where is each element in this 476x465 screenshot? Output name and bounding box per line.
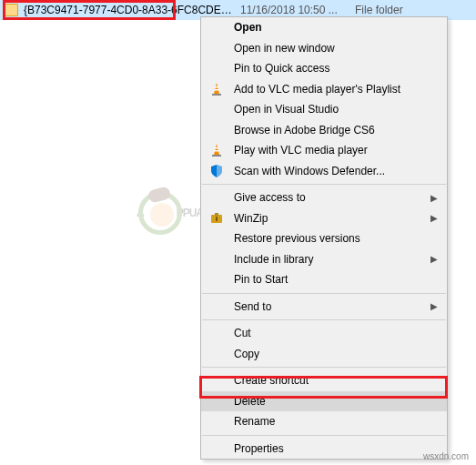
file-date: 11/16/2018 10:50 ... — [233, 4, 342, 16]
menu-label: Delete — [234, 395, 420, 408]
menu-create-shortcut[interactable]: Create shortcut — [201, 370, 447, 391]
svg-rect-2 — [215, 86, 218, 88]
menu-label: Restore previous versions — [234, 232, 420, 245]
menu-send-to[interactable]: Send to ▶ — [201, 297, 447, 318]
menu-label: Properties — [234, 442, 420, 455]
menu-label: Include in library — [234, 253, 420, 266]
menu-play-vlc[interactable]: Play with VLC media player — [201, 140, 447, 161]
winzip-icon — [208, 210, 225, 227]
svg-rect-9 — [215, 213, 218, 216]
menu-include-in-library[interactable]: Include in library ▶ — [201, 249, 447, 270]
menu-label: Pin to Quick access — [234, 62, 420, 75]
svg-rect-1 — [212, 94, 221, 96]
svg-rect-10 — [216, 217, 218, 221]
menu-add-to-vlc[interactable]: Add to VLC media player's Playlist — [201, 79, 447, 100]
shield-icon — [208, 163, 225, 179]
menu-rename[interactable]: Rename — [201, 411, 447, 432]
menu-label: Play with VLC media player — [234, 144, 420, 157]
menu-label: Open in Visual Studio — [234, 103, 420, 116]
menu-label: Copy — [234, 348, 420, 360]
menu-winzip[interactable]: WinZip ▶ — [201, 208, 447, 229]
menu-separator — [202, 435, 446, 436]
menu-pin-quick-access[interactable]: Pin to Quick access — [201, 58, 447, 79]
menu-label: WinZip — [234, 212, 420, 225]
menu-separator — [202, 319, 446, 320]
chevron-right-icon: ▶ — [430, 193, 438, 203]
menu-label: Create shortcut — [234, 374, 420, 387]
menu-label: Open in new window — [234, 42, 420, 55]
menu-copy[interactable]: Copy — [201, 344, 447, 365]
menu-pin-to-start[interactable]: Pin to Start — [201, 269, 447, 290]
menu-label: Open — [234, 21, 420, 34]
menu-delete[interactable]: Delete — [201, 391, 447, 412]
folder-icon — [4, 4, 18, 16]
context-menu: Open Open in new window Pin to Quick acc… — [200, 16, 448, 460]
menu-label: Rename — [234, 415, 420, 428]
svg-marker-0 — [214, 83, 219, 94]
menu-separator — [202, 367, 446, 368]
menu-open-visual-studio[interactable]: Open in Visual Studio — [201, 99, 447, 120]
menu-label: Pin to Start — [234, 273, 420, 286]
menu-browse-adobe-bridge[interactable]: Browse in Adobe Bridge CS6 — [201, 120, 447, 141]
menu-label: Browse in Adobe Bridge CS6 — [234, 124, 420, 136]
menu-cut[interactable]: Cut — [201, 323, 447, 344]
menu-give-access-to[interactable]: Give access to ▶ — [201, 187, 447, 208]
file-name: {B73C9471-7977-4CD0-8A33-6FC8CDE97… — [24, 4, 233, 16]
menu-separator — [202, 184, 446, 185]
menu-label: Add to VLC media player's Playlist — [234, 83, 420, 96]
menu-open-new-window[interactable]: Open in new window — [201, 38, 447, 59]
svg-rect-6 — [215, 147, 218, 149]
chevron-right-icon: ▶ — [430, 213, 438, 223]
menu-label: Cut — [234, 327, 420, 339]
svg-marker-4 — [214, 144, 219, 155]
menu-label: Send to — [234, 300, 420, 313]
menu-restore-previous[interactable]: Restore previous versions — [201, 228, 447, 249]
menu-separator — [202, 293, 446, 294]
menu-open[interactable]: Open — [201, 17, 447, 38]
svg-rect-3 — [214, 89, 218, 91]
svg-rect-5 — [212, 155, 221, 157]
vlc-cone-icon — [208, 81, 225, 97]
menu-label: Scan with Windows Defender... — [234, 165, 420, 177]
watermark-wsxdn: wsxdn.com — [423, 451, 469, 461]
menu-scan-defender[interactable]: Scan with Windows Defender... — [201, 161, 447, 182]
chevron-right-icon: ▶ — [430, 301, 438, 311]
vlc-cone-icon — [208, 142, 225, 158]
file-type: File folder — [342, 4, 403, 16]
menu-label: Give access to — [234, 191, 420, 204]
menu-properties[interactable]: Properties — [201, 439, 447, 460]
chevron-right-icon: ▶ — [430, 254, 438, 264]
svg-rect-7 — [214, 150, 218, 152]
